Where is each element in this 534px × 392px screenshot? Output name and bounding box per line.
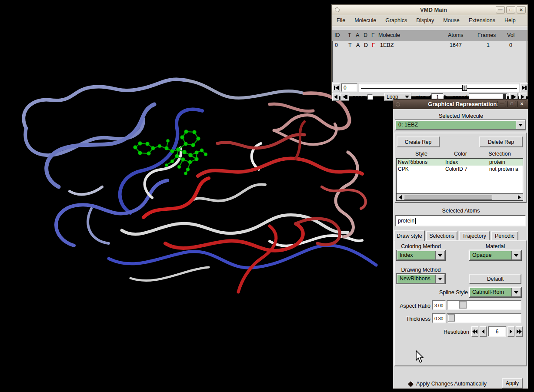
rep-style: NewRibbons bbox=[398, 159, 427, 165]
selected-atoms-input[interactable]: protein bbox=[395, 215, 526, 226]
material-label: Material bbox=[469, 243, 521, 249]
coloring-method-dropdown[interactable]: Index bbox=[397, 250, 445, 260]
selected-atoms-label: Selected Atoms bbox=[393, 208, 529, 214]
delete-rep-button[interactable]: Delete Rep bbox=[479, 136, 523, 147]
aspect-ratio-slider[interactable] bbox=[447, 300, 521, 310]
rep-col-selection: Selection bbox=[482, 151, 517, 157]
col-id: ID bbox=[334, 32, 340, 38]
resolution-decrement[interactable] bbox=[480, 326, 487, 337]
menubar: File Molecule Graphics Display Mouse Ext… bbox=[332, 15, 527, 27]
vmd-main-titlebar[interactable]: VMD Main — □ ✕ bbox=[332, 5, 527, 15]
frame-counter-field[interactable]: 0 bbox=[341, 83, 357, 92]
menu-mouse[interactable]: Mouse bbox=[443, 17, 460, 23]
mol-fixed-flag[interactable]: F bbox=[372, 42, 375, 48]
play-reverse-button[interactable] bbox=[332, 93, 339, 101]
spline-style-dropdown[interactable]: Catmull-Rom bbox=[469, 287, 521, 297]
selected-molecule-label: Selected Molecule bbox=[393, 113, 529, 119]
maximize-button[interactable]: □ bbox=[507, 101, 516, 107]
mol-active-flag[interactable]: A bbox=[356, 42, 360, 48]
mol-displayed-flag[interactable]: D bbox=[364, 42, 368, 48]
rep-col-color: Color bbox=[447, 151, 474, 157]
resolution-value: 6 bbox=[496, 329, 499, 335]
rep-col-style: Style bbox=[406, 151, 437, 157]
resolution-field[interactable]: 6 bbox=[488, 326, 506, 337]
resolution-label: Resolution bbox=[439, 329, 469, 335]
tab-periodic[interactable]: Periodic bbox=[491, 231, 518, 241]
window-menu-icon[interactable] bbox=[335, 7, 340, 12]
minimize-button[interactable]: — bbox=[497, 101, 506, 107]
chevron-down-icon bbox=[435, 251, 444, 259]
resolution-increment[interactable] bbox=[507, 326, 514, 337]
minimize-button[interactable]: — bbox=[496, 6, 505, 13]
scroll-left-icon[interactable] bbox=[397, 195, 403, 200]
aspect-ratio-slider-handle[interactable] bbox=[460, 302, 466, 308]
tab-selections[interactable]: Selections bbox=[426, 231, 457, 241]
chevron-down-icon bbox=[405, 96, 409, 98]
col-vol: Vol bbox=[507, 32, 514, 38]
aspect-ratio-value: 3.00 bbox=[434, 303, 443, 308]
mol-atoms: 1647 bbox=[450, 42, 462, 48]
col-t: T bbox=[348, 32, 351, 38]
spline-style-label: Spline Style bbox=[419, 289, 468, 296]
material-dropdown[interactable]: Opaque bbox=[469, 250, 521, 260]
menu-graphics[interactable]: Graphics bbox=[385, 17, 407, 23]
frame-slider-handle[interactable] bbox=[462, 85, 467, 91]
thickness-field[interactable]: 0.30 bbox=[432, 313, 446, 323]
mol-frames: 1 bbox=[487, 42, 490, 48]
scrollbar-thumb[interactable] bbox=[404, 195, 492, 200]
resolution-fast-increment[interactable] bbox=[516, 326, 523, 337]
frame-slider[interactable] bbox=[359, 84, 519, 92]
coloring-method-value: Index bbox=[397, 251, 435, 259]
tab-draw-style[interactable]: Draw style bbox=[394, 230, 425, 241]
chevron-down-icon bbox=[511, 251, 521, 259]
molecule-row[interactable]: 0 T A D F 1EBZ 1647 1 0 bbox=[333, 41, 527, 49]
menu-display[interactable]: Display bbox=[416, 17, 434, 23]
rep-row[interactable]: CPK ColorID 7 not protein a bbox=[397, 166, 523, 173]
maximize-button[interactable]: □ bbox=[506, 6, 515, 13]
close-button[interactable]: ✕ bbox=[517, 6, 526, 13]
menu-help[interactable]: Help bbox=[504, 17, 516, 23]
molecule-list: 0 T A D F 1EBZ 1647 1 0 bbox=[332, 41, 527, 82]
vmd-main-window: VMD Main — □ ✕ File Molecule Graphics Di… bbox=[331, 4, 528, 96]
thickness-slider-handle[interactable] bbox=[448, 315, 455, 321]
thickness-slider[interactable] bbox=[447, 313, 521, 323]
close-button[interactable]: ✕ bbox=[517, 101, 526, 107]
goto-end-button[interactable] bbox=[520, 83, 528, 92]
aspect-ratio-field[interactable]: 3.00 bbox=[432, 300, 446, 310]
diamond-indicator-icon bbox=[408, 381, 414, 387]
resolution-fast-decrement[interactable] bbox=[471, 326, 478, 337]
mol-id: 0 bbox=[335, 42, 338, 48]
selected-molecule-dropdown[interactable]: 0: 1EBZ bbox=[395, 120, 526, 130]
scroll-right-icon[interactable] bbox=[516, 195, 522, 200]
rep-row-selected[interactable]: NewRibbons Index protein bbox=[397, 159, 523, 166]
zoom-checkbox[interactable] bbox=[367, 94, 373, 100]
aspect-ratio-label: Aspect Ratio bbox=[393, 303, 431, 309]
spline-style-value: Catmull-Rom bbox=[470, 288, 511, 296]
rep-list-hscrollbar[interactable] bbox=[397, 193, 523, 200]
menu-molecule[interactable]: Molecule bbox=[354, 17, 376, 23]
rep-style: CPK bbox=[398, 166, 409, 172]
menu-extensions[interactable]: Extensions bbox=[469, 17, 495, 23]
create-rep-button[interactable]: Create Rep bbox=[397, 136, 440, 147]
apply-button[interactable]: Apply bbox=[502, 378, 523, 389]
rep-color: Index bbox=[445, 159, 458, 165]
col-atoms: Atoms bbox=[448, 32, 463, 38]
goto-start-button[interactable] bbox=[332, 83, 340, 92]
tab-trajectory[interactable]: Trajectory bbox=[459, 231, 490, 241]
window-menu-icon[interactable] bbox=[396, 102, 400, 106]
frame-counter-value: 0 bbox=[344, 85, 347, 91]
menu-file[interactable]: File bbox=[337, 17, 345, 23]
mol-top-flag[interactable]: T bbox=[348, 42, 352, 48]
col-d: D bbox=[364, 32, 367, 38]
grep-titlebar[interactable]: Graphical Representations — □ ✕ bbox=[393, 100, 528, 109]
step-reverse-button[interactable] bbox=[340, 93, 349, 101]
drawing-method-dropdown[interactable]: NewRibbons bbox=[397, 274, 445, 284]
molecule-table-header: ID T A D F Molecule Atoms Frames Vol bbox=[332, 30, 527, 41]
selected-molecule-value: 0: 1EBZ bbox=[396, 121, 516, 129]
apply-auto-checkbox[interactable] bbox=[409, 382, 413, 386]
default-button[interactable]: Default bbox=[469, 274, 521, 284]
col-molecule: Molecule bbox=[378, 32, 400, 38]
chevron-down-icon bbox=[511, 288, 521, 296]
chevron-down-icon bbox=[516, 121, 525, 129]
graphical-representations-window: Graphical Representations — □ ✕ Selected… bbox=[393, 99, 528, 389]
